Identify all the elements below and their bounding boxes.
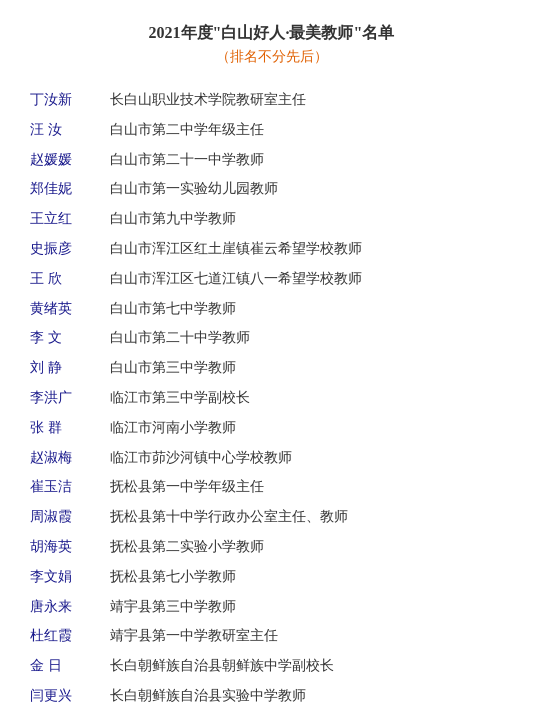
- person-name: 金 日: [30, 654, 110, 678]
- person-name: 黄绪英: [30, 297, 110, 321]
- list-item: 史振彦白山市浑江区红土崖镇崔云希望学校教师: [30, 237, 513, 261]
- people-list: 丁汝新长白山职业技术学院教研室主任汪 汝白山市第二中学年级主任赵媛媛白山市第二十…: [30, 88, 513, 708]
- list-item: 刘 静白山市第三中学教师: [30, 356, 513, 380]
- person-title: 靖宇县第一中学教研室主任: [110, 624, 513, 648]
- person-name: 李 文: [30, 326, 110, 350]
- person-name: 崔玉洁: [30, 475, 110, 499]
- person-name: 张 群: [30, 416, 110, 440]
- person-title: 白山市第二十中学教师: [110, 326, 513, 350]
- list-item: 崔玉洁抚松县第一中学年级主任: [30, 475, 513, 499]
- person-title: 白山市第二十一中学教师: [110, 148, 513, 172]
- list-item: 李文娟抚松县第七小学教师: [30, 565, 513, 589]
- person-name: 王立红: [30, 207, 110, 231]
- list-item: 王 欣白山市浑江区七道江镇八一希望学校教师: [30, 267, 513, 291]
- list-item: 金 日长白朝鲜族自治县朝鲜族中学副校长: [30, 654, 513, 678]
- person-title: 白山市第七中学教师: [110, 297, 513, 321]
- page-header: 2021年度"白山好人·最美教师"名单 （排名不分先后）: [30, 20, 513, 68]
- person-title: 白山市第一实验幼儿园教师: [110, 177, 513, 201]
- list-item: 黄绪英白山市第七中学教师: [30, 297, 513, 321]
- title-sub: （排名不分先后）: [30, 46, 513, 68]
- person-name: 李洪广: [30, 386, 110, 410]
- list-item: 汪 汝白山市第二中学年级主任: [30, 118, 513, 142]
- person-title: 靖宇县第三中学教师: [110, 595, 513, 619]
- person-title: 白山市浑江区七道江镇八一希望学校教师: [110, 267, 513, 291]
- person-title: 临江市河南小学教师: [110, 416, 513, 440]
- list-item: 王立红白山市第九中学教师: [30, 207, 513, 231]
- person-title: 白山市第二中学年级主任: [110, 118, 513, 142]
- person-name: 刘 静: [30, 356, 110, 380]
- list-item: 赵淑梅临江市茆沙河镇中心学校教师: [30, 446, 513, 470]
- list-item: 李洪广临江市第三中学副校长: [30, 386, 513, 410]
- person-name: 闫更兴: [30, 684, 110, 708]
- person-title: 长白山职业技术学院教研室主任: [110, 88, 513, 112]
- person-name: 郑佳妮: [30, 177, 110, 201]
- person-name: 赵淑梅: [30, 446, 110, 470]
- person-title: 长白朝鲜族自治县实验中学教师: [110, 684, 513, 708]
- person-name: 赵媛媛: [30, 148, 110, 172]
- person-title: 抚松县第二实验小学教师: [110, 535, 513, 559]
- title-main: 2021年度"白山好人·最美教师"名单: [30, 20, 513, 46]
- list-item: 杜红霞靖宇县第一中学教研室主任: [30, 624, 513, 648]
- person-title: 白山市第三中学教师: [110, 356, 513, 380]
- person-title: 抚松县第七小学教师: [110, 565, 513, 589]
- person-title: 白山市浑江区红土崖镇崔云希望学校教师: [110, 237, 513, 261]
- list-item: 郑佳妮白山市第一实验幼儿园教师: [30, 177, 513, 201]
- person-name: 王 欣: [30, 267, 110, 291]
- list-item: 周淑霞抚松县第十中学行政办公室主任、教师: [30, 505, 513, 529]
- person-name: 丁汝新: [30, 88, 110, 112]
- person-title: 白山市第九中学教师: [110, 207, 513, 231]
- list-item: 丁汝新长白山职业技术学院教研室主任: [30, 88, 513, 112]
- person-name: 杜红霞: [30, 624, 110, 648]
- list-item: 李 文白山市第二十中学教师: [30, 326, 513, 350]
- list-item: 张 群临江市河南小学教师: [30, 416, 513, 440]
- person-name: 汪 汝: [30, 118, 110, 142]
- person-name: 史振彦: [30, 237, 110, 261]
- list-item: 赵媛媛白山市第二十一中学教师: [30, 148, 513, 172]
- person-title: 临江市茆沙河镇中心学校教师: [110, 446, 513, 470]
- person-title: 长白朝鲜族自治县朝鲜族中学副校长: [110, 654, 513, 678]
- list-item: 胡海英抚松县第二实验小学教师: [30, 535, 513, 559]
- person-name: 李文娟: [30, 565, 110, 589]
- person-name: 周淑霞: [30, 505, 110, 529]
- person-name: 唐永来: [30, 595, 110, 619]
- list-item: 唐永来靖宇县第三中学教师: [30, 595, 513, 619]
- person-name: 胡海英: [30, 535, 110, 559]
- person-title: 临江市第三中学副校长: [110, 386, 513, 410]
- person-title: 抚松县第十中学行政办公室主任、教师: [110, 505, 513, 529]
- person-title: 抚松县第一中学年级主任: [110, 475, 513, 499]
- list-item: 闫更兴长白朝鲜族自治县实验中学教师: [30, 684, 513, 708]
